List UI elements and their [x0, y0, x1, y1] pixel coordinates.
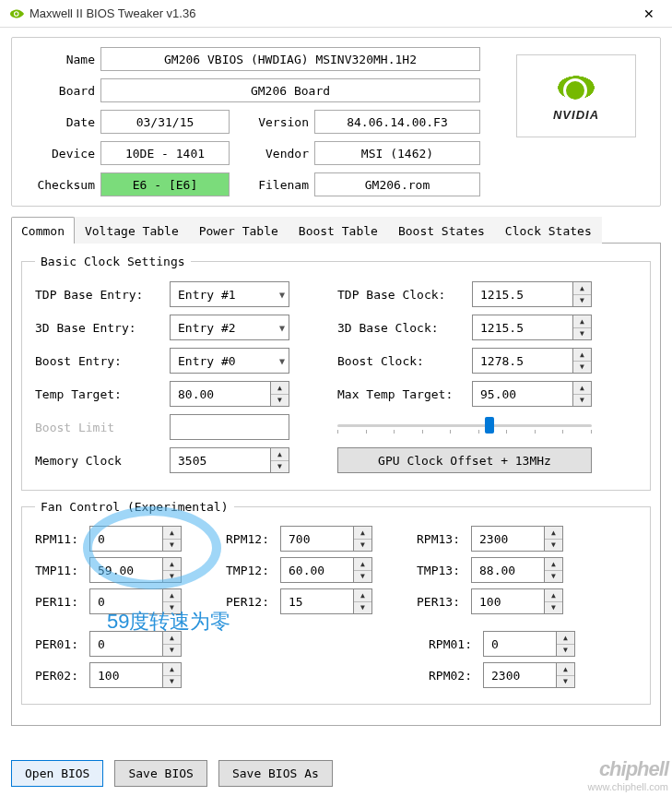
footer-buttons: Open BIOS Save BIOS Save BIOS As	[11, 760, 333, 787]
tabstrip: Common Voltage Table Power Table Boost T…	[11, 216, 661, 244]
filename-field: GM206.rom	[314, 172, 480, 196]
temp-slider[interactable]	[337, 415, 592, 439]
version-label: Version	[235, 115, 309, 129]
fan-control-legend: Fan Control (Experimental)	[35, 500, 234, 514]
boost-entry-label: Boost Entry:	[35, 354, 164, 368]
rpm02-input[interactable]: 2300▲▼	[483, 662, 575, 688]
chevron-down-icon: ▼	[279, 290, 285, 300]
per12-input[interactable]: 15▲▼	[280, 588, 372, 614]
watermark: chiphell www.chiphell.com	[588, 757, 668, 792]
tab-voltage-table[interactable]: Voltage Table	[75, 217, 189, 244]
three-d-base-entry-select[interactable]: Entry #2▼	[170, 315, 289, 340]
close-button[interactable]: ✕	[628, 0, 670, 28]
per11-input[interactable]: 0▲▼	[89, 588, 182, 614]
fan-control-group: Fan Control (Experimental) RPM11: 0▲▼ RP…	[21, 500, 651, 705]
per02-input[interactable]: 100▲▼	[89, 662, 182, 688]
gpu-clock-offset-button[interactable]: GPU Clock Offset + 13MHz	[337, 447, 592, 473]
window-title: Maxwell II BIOS Tweaker v1.36	[29, 6, 628, 20]
tmp11-label: TMP11:	[35, 564, 86, 577]
three-d-base-entry-label: 3D Base Entry:	[35, 321, 164, 335]
device-label: Device	[21, 147, 95, 160]
tmp12-label: TMP12:	[226, 564, 277, 577]
basic-clock-settings-group: Basic Clock Settings TDP Base Entry: Ent…	[21, 255, 651, 491]
date-field: 03/31/15	[100, 110, 230, 134]
checksum-label: Checksum	[21, 178, 95, 192]
name-label: Name	[21, 53, 95, 66]
max-temp-target-input[interactable]: 95.00▲▼	[472, 381, 592, 407]
app-icon	[7, 6, 24, 22]
filename-label: Filenam	[235, 178, 309, 192]
tab-power-table[interactable]: Power Table	[189, 217, 289, 244]
per01-label: PER01:	[35, 637, 86, 651]
temp-target-label: Temp Target:	[35, 387, 164, 401]
per12-label: PER12:	[226, 595, 277, 609]
rpm01-label: RPM01:	[429, 637, 479, 651]
tdp-base-entry-select[interactable]: Entry #1▼	[170, 281, 289, 307]
vendor-field: MSI (1462)	[314, 141, 480, 165]
memory-clock-input[interactable]: 3505▲▼	[170, 447, 289, 473]
rpm12-label: RPM12:	[226, 532, 277, 546]
per01-input[interactable]: 0▲▼	[89, 631, 182, 657]
rpm11-input[interactable]: 0▲▼	[89, 526, 182, 552]
tab-boost-states[interactable]: Boost States	[388, 217, 495, 244]
open-bios-button[interactable]: Open BIOS	[11, 760, 103, 787]
rpm01-input[interactable]: 0▲▼	[483, 631, 575, 657]
tabpage-common: Basic Clock Settings TDP Base Entry: Ent…	[11, 244, 661, 726]
board-field: GM206 Board	[100, 78, 480, 102]
per13-input[interactable]: 100▲▼	[471, 588, 563, 614]
board-label: Board	[21, 84, 95, 98]
max-temp-target-label: Max Temp Target:	[337, 387, 466, 401]
tmp13-label: TMP13:	[417, 564, 467, 577]
nvidia-text: NVIDIA	[553, 108, 599, 122]
tab-boost-table[interactable]: Boost Table	[289, 217, 388, 244]
vendor-label: Vendor	[235, 147, 309, 160]
chevron-down-icon: ▼	[279, 356, 285, 366]
rpm11-label: RPM11:	[35, 532, 86, 546]
tdp-base-clock-input[interactable]: 1215.5▲▼	[472, 281, 592, 307]
tdp-base-clock-label: TDP Base Clock:	[337, 288, 466, 302]
version-field: 84.06.14.00.F3	[314, 110, 480, 134]
checksum-field: E6 - [E6]	[100, 172, 230, 196]
boost-entry-select[interactable]: Entry #0▼	[170, 348, 289, 374]
three-d-base-clock-input[interactable]: 1215.5▲▼	[472, 315, 592, 340]
boost-limit-label: Boost Limit	[35, 421, 164, 434]
tmp12-input[interactable]: 60.00▲▼	[280, 557, 372, 583]
temp-target-input[interactable]: 80.00▲▼	[170, 381, 289, 407]
boost-clock-label: Boost Clock:	[337, 354, 466, 368]
tmp13-input[interactable]: 88.00▲▼	[471, 557, 563, 583]
rpm13-label: RPM13:	[417, 532, 467, 546]
per02-label: PER02:	[35, 669, 86, 683]
per11-label: PER11:	[35, 595, 86, 609]
save-bios-button[interactable]: Save BIOS	[114, 760, 206, 787]
rpm13-input[interactable]: 2300▲▼	[471, 526, 563, 552]
save-bios-as-button[interactable]: Save BIOS As	[218, 760, 333, 787]
per13-label: PER13:	[417, 595, 467, 609]
bios-info-panel: Name GM206 VBIOS (HWDIAG) MSINV320MH.1H2…	[11, 37, 661, 207]
title-bar: Maxwell II BIOS Tweaker v1.36 ✕	[0, 0, 672, 28]
tmp11-input[interactable]: 59.00▲▼	[89, 557, 182, 583]
memory-clock-label: Memory Clock	[35, 454, 164, 468]
boost-clock-input[interactable]: 1278.5▲▼	[472, 348, 592, 374]
boost-limit-input[interactable]	[170, 414, 289, 440]
tab-common[interactable]: Common	[11, 217, 75, 244]
rpm02-label: RPM02:	[429, 669, 479, 683]
name-field: GM206 VBIOS (HWDIAG) MSINV320MH.1H2	[100, 47, 480, 71]
device-field: 10DE - 1401	[100, 141, 230, 165]
tab-clock-states[interactable]: Clock States	[495, 217, 602, 244]
date-label: Date	[21, 115, 95, 129]
chevron-down-icon: ▼	[279, 323, 285, 333]
nvidia-logo: NVIDIA	[516, 54, 636, 137]
basic-clock-legend: Basic Clock Settings	[35, 255, 191, 268]
tdp-base-entry-label: TDP Base Entry:	[35, 288, 164, 302]
three-d-base-clock-label: 3D Base Clock:	[337, 321, 466, 335]
nvidia-eye-icon	[550, 71, 602, 104]
rpm12-input[interactable]: 700▲▼	[280, 526, 372, 552]
